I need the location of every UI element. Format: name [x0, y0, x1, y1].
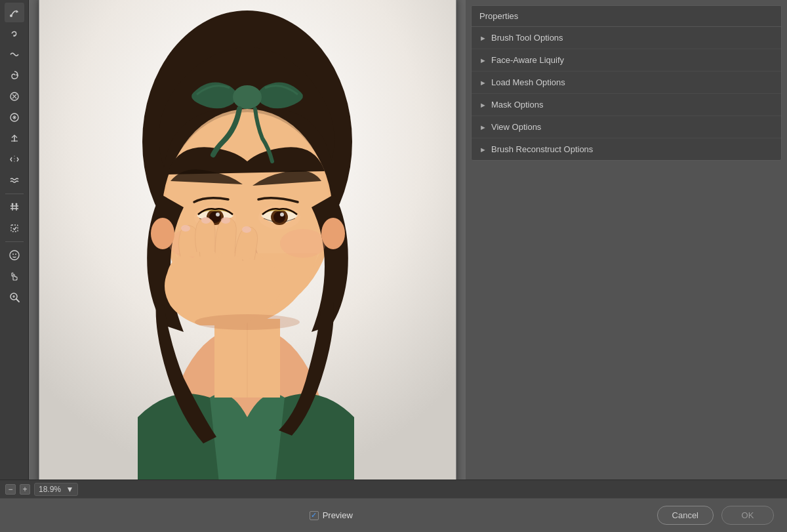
- zoom-plus-icon: +: [22, 485, 27, 494]
- svg-point-31: [280, 229, 326, 258]
- right-panel: Properties ► Brush Tool Options ► Face-A…: [466, 0, 787, 480]
- toolbar: [0, 0, 29, 480]
- svg-point-4: [15, 203, 17, 205]
- panel-item-brush-reconstruct[interactable]: ► Brush Reconstruct Options: [472, 138, 781, 160]
- arrow-icon-load-mesh: ►: [479, 79, 486, 87]
- tool-separator-1: [5, 194, 24, 194]
- svg-point-8: [15, 254, 16, 255]
- svg-point-39: [195, 314, 300, 330]
- zoom-dropdown-arrow[interactable]: ▼: [66, 485, 73, 494]
- arrow-icon-mask-options: ►: [479, 101, 486, 109]
- preview-section: Preview: [310, 510, 353, 520]
- tool-face[interactable]: [5, 245, 24, 265]
- panel-item-mask-options-label: Mask Options: [491, 100, 543, 110]
- panel-item-load-mesh-label: Load Mesh Options: [491, 77, 565, 87]
- svg-point-22: [216, 213, 220, 216]
- cancel-button[interactable]: Cancel: [657, 506, 714, 525]
- arrow-icon-view-options: ►: [479, 123, 486, 131]
- properties-panel: Properties ► Brush Tool Options ► Face-A…: [471, 5, 782, 161]
- preview-checkbox[interactable]: [310, 511, 319, 520]
- svg-point-3: [11, 203, 13, 205]
- panel-item-face-aware-label: Face-Aware Liquify: [491, 55, 564, 65]
- svg-point-0: [10, 14, 12, 17]
- panel-item-brush-tool-label: Brush Tool Options: [491, 33, 563, 43]
- zoom-value: 18.9%: [39, 485, 61, 494]
- svg-point-33: [321, 218, 345, 249]
- svg-point-26: [280, 213, 284, 216]
- zoom-plus-button[interactable]: +: [20, 484, 30, 495]
- arrow-icon-face-aware: ►: [479, 56, 486, 64]
- svg-point-6: [10, 251, 19, 260]
- zoom-minus-icon: −: [8, 485, 12, 494]
- tool-reconstruct[interactable]: [5, 24, 24, 43]
- main-area: Properties ► Brush Tool Options ► Face-A…: [0, 0, 787, 480]
- panel-item-view-options[interactable]: ► View Options: [472, 116, 781, 138]
- tool-hand[interactable]: [5, 266, 24, 286]
- svg-point-38: [233, 85, 262, 109]
- panel-item-brush-tool[interactable]: ► Brush Tool Options: [472, 27, 781, 49]
- status-bar: − + 18.9% ▼: [0, 480, 787, 498]
- tool-forward-warp[interactable]: [5, 3, 24, 22]
- properties-header: Properties: [472, 6, 781, 27]
- svg-point-32: [151, 218, 174, 249]
- tool-mirror[interactable]: [5, 150, 24, 169]
- panel-item-brush-reconstruct-label: Brush Reconstruct Options: [491, 144, 593, 154]
- tool-smooth[interactable]: [5, 45, 24, 64]
- svg-point-35: [201, 217, 211, 224]
- tool-twirl[interactable]: [5, 66, 24, 85]
- canvas-area: [29, 0, 466, 480]
- panel-item-load-mesh[interactable]: ► Load Mesh Options: [472, 72, 781, 94]
- zoom-display[interactable]: 18.9% ▼: [34, 483, 78, 496]
- tool-bloat[interactable]: [5, 108, 24, 127]
- svg-rect-5: [11, 225, 18, 232]
- svg-point-34: [181, 225, 190, 232]
- tool-turbulence[interactable]: [5, 171, 24, 190]
- arrow-icon-brush-reconstruct: ►: [479, 146, 486, 153]
- tool-pucker[interactable]: [5, 87, 24, 106]
- preview-label: Preview: [323, 510, 353, 520]
- tool-zoom[interactable]: [5, 287, 24, 307]
- tool-thaw-mask[interactable]: [5, 218, 24, 238]
- tool-push-left[interactable]: [5, 129, 24, 148]
- tool-freeze-mask[interactable]: [5, 197, 24, 217]
- svg-point-36: [221, 217, 230, 224]
- panel-item-mask-options[interactable]: ► Mask Options: [472, 94, 781, 116]
- action-bar: Preview Cancel OK: [0, 498, 787, 532]
- canvas-wrapper: [39, 0, 456, 480]
- tool-separator-2: [5, 241, 24, 242]
- preview-checkbox-wrapper[interactable]: Preview: [310, 510, 353, 520]
- zoom-minus-button[interactable]: −: [5, 484, 16, 495]
- panel-item-view-options-label: View Options: [491, 122, 541, 132]
- ok-button[interactable]: OK: [721, 506, 774, 525]
- svg-point-7: [12, 254, 14, 255]
- svg-point-37: [242, 226, 251, 233]
- svg-point-25: [273, 211, 285, 223]
- arrow-icon-brush-tool: ►: [479, 34, 486, 42]
- canvas-image[interactable]: [39, 0, 456, 480]
- panel-item-face-aware[interactable]: ► Face-Aware Liquify: [472, 49, 781, 72]
